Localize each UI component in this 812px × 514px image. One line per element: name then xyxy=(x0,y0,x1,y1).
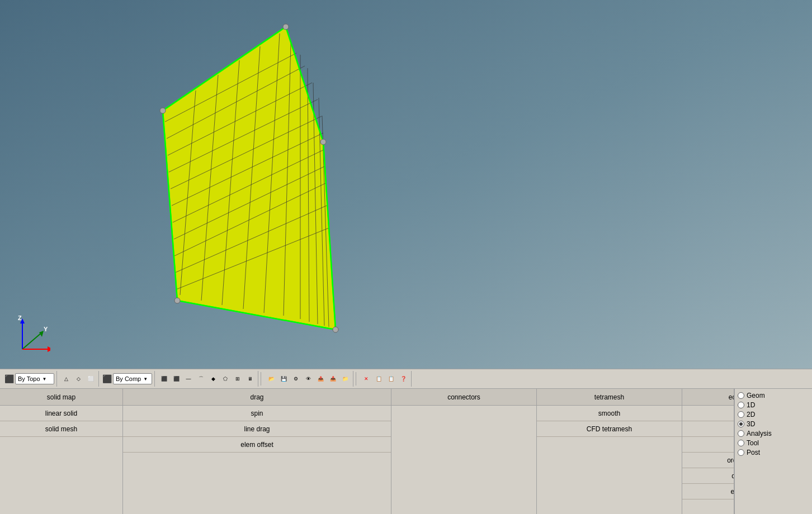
connectors-column: connectors xyxy=(391,389,537,514)
radio-panel: Geom 1D 2D 3D Analysis Tool Post xyxy=(734,389,812,514)
smooth-item[interactable]: smooth xyxy=(537,406,682,421)
axes-indicator: Z Y X xyxy=(6,316,50,360)
3d-viewport[interactable]: Model Info: Untitled xyxy=(0,0,812,369)
svg-text:Z: Z xyxy=(18,316,22,321)
svg-point-26 xyxy=(160,108,166,113)
drag-column: drag spin line drag elem offset xyxy=(123,389,391,514)
by-topo-dropdown[interactable]: By Topo ▼ xyxy=(15,373,54,384)
mesh-icon-2[interactable]: ⬛ xyxy=(171,373,182,384)
linear-solid-item[interactable]: linear solid xyxy=(0,406,122,421)
svg-point-25 xyxy=(283,24,289,30)
drag-header: drag xyxy=(123,389,391,406)
tetramesh-column: tetramesh smooth CFD tetramesh xyxy=(537,389,682,514)
radio-analysis-label: Analysis xyxy=(747,430,772,437)
settings-icon[interactable]: ⚙ xyxy=(290,373,301,384)
shape-icon-2[interactable]: ◇ xyxy=(73,373,84,384)
solid-map-column: solid map linear solid solid mesh xyxy=(0,389,123,514)
main-content-area: solid map linear solid solid mesh drag s… xyxy=(0,389,812,514)
help-icon[interactable]: ❓ xyxy=(398,373,409,384)
radio-analysis[interactable]: Analysis xyxy=(738,430,809,437)
line-drag-item[interactable]: line drag xyxy=(123,421,391,437)
mesh-icon-1[interactable]: ⬛ xyxy=(158,373,169,384)
open-icon[interactable]: 📂 xyxy=(266,373,277,384)
by-comp-dropdown[interactable]: By Comp ▼ xyxy=(113,373,152,384)
shape-icons-group: △ ◇ ⬜ xyxy=(58,371,99,387)
curve-icon[interactable]: ⌒ xyxy=(195,373,206,384)
radio-post[interactable]: Post xyxy=(738,449,809,456)
svg-point-27 xyxy=(174,298,180,303)
radio-post-circle xyxy=(738,449,744,456)
solid-mesh-item[interactable]: solid mesh xyxy=(0,421,122,437)
connectors-header: connectors xyxy=(391,389,536,406)
copy-icon[interactable]: 📋 xyxy=(373,373,384,384)
folder-icon[interactable]: 📁 xyxy=(339,373,351,384)
chevron-down-icon: ▼ xyxy=(43,377,47,382)
solid-map-label: solid map xyxy=(47,393,75,401)
shape-icon-1[interactable]: △ xyxy=(60,373,72,384)
paste-icon[interactable]: 📋 xyxy=(385,373,396,384)
line-icon[interactable]: — xyxy=(183,373,194,384)
radio-2d-label: 2D xyxy=(747,411,755,418)
radio-2d-circle xyxy=(738,411,744,418)
radio-tool[interactable]: Tool xyxy=(738,439,809,447)
toolbar: ⬛ By Topo ▼ △ ◇ ⬜ ⬛ By Comp ▼ ⬛ ⬛ — ⌒ ◆ … xyxy=(0,369,812,389)
svg-line-32 xyxy=(22,332,42,349)
svg-point-29 xyxy=(320,139,326,145)
import-icon[interactable]: 📥 xyxy=(327,373,338,384)
radio-1d-label: 1D xyxy=(747,401,755,409)
connectors-label: connectors xyxy=(447,393,480,401)
linear-solid-label: linear solid xyxy=(45,410,77,417)
radio-3d[interactable]: 3D xyxy=(738,420,809,428)
3d-mesh xyxy=(0,0,812,369)
radio-geom[interactable]: Geom xyxy=(738,392,809,399)
radio-1d[interactable]: 1D xyxy=(738,401,809,409)
edit-icons-group: ✕ 📋 📋 ❓ xyxy=(358,371,412,387)
monitor-icon[interactable]: 🖥 xyxy=(244,373,256,384)
separator-2 xyxy=(356,372,356,386)
radio-analysis-circle xyxy=(738,430,744,437)
tetramesh-label: tetramesh xyxy=(594,393,624,401)
separator-1 xyxy=(261,372,261,386)
solid-mesh-label: solid mesh xyxy=(45,425,77,433)
svg-text:Y: Y xyxy=(44,326,48,332)
save-icon[interactable]: 💾 xyxy=(278,373,289,384)
spin-label: spin xyxy=(251,410,263,417)
shape-icon-5[interactable]: ⊞ xyxy=(232,373,243,384)
radio-1d-circle xyxy=(738,402,744,408)
radio-3d-circle xyxy=(738,421,744,427)
mesh-icons-group: ⬛ ⬛ — ⌒ ◆ ⬠ ⊞ 🖥 xyxy=(156,371,258,387)
radio-geom-circle xyxy=(738,392,744,399)
radio-geom-label: Geom xyxy=(747,392,765,399)
export-icon[interactable]: 📤 xyxy=(315,373,326,384)
cfd-tetramesh-item[interactable]: CFD tetramesh xyxy=(537,421,682,437)
elem-offset-item[interactable]: elem offset xyxy=(123,437,391,453)
action-icons-group: 📂 💾 ⚙ 👁 📤 📥 📁 xyxy=(263,371,353,387)
view-icon[interactable]: 👁 xyxy=(303,373,314,384)
diamond-icon[interactable]: ◆ xyxy=(207,373,219,384)
radio-post-label: Post xyxy=(747,449,760,456)
by-comp-label: By Comp xyxy=(116,375,141,382)
spin-item[interactable]: spin xyxy=(123,406,391,421)
chevron-down-icon-2: ▼ xyxy=(143,377,148,382)
solid-map-header: solid map xyxy=(0,389,122,406)
by-comp-group: ⬛ By Comp ▼ xyxy=(100,371,155,387)
drag-label: drag xyxy=(250,393,263,401)
comp-icon: ⬛ xyxy=(102,374,112,383)
topo-icon: ⬛ xyxy=(4,374,14,383)
shape-icon-4[interactable]: ⬠ xyxy=(220,373,231,384)
shape-icon-3[interactable]: ⬜ xyxy=(85,373,96,384)
delete-icon[interactable]: ✕ xyxy=(361,373,372,384)
svg-point-28 xyxy=(333,327,338,332)
by-topo-label: By Topo xyxy=(18,375,40,382)
cfd-tetramesh-label: CFD tetramesh xyxy=(587,425,632,433)
smooth-label: smooth xyxy=(598,410,620,417)
bottom-panel: solid map linear solid solid mesh drag s… xyxy=(0,389,812,514)
radio-3d-label: 3D xyxy=(747,420,755,428)
by-topo-group: ⬛ By Topo ▼ xyxy=(2,371,57,387)
radio-2d[interactable]: 2D xyxy=(738,411,809,418)
elem-offset-label: elem offset xyxy=(240,441,273,449)
tetramesh-header: tetramesh xyxy=(537,389,682,406)
radio-tool-label: Tool xyxy=(747,439,759,447)
svg-rect-0 xyxy=(0,0,812,369)
radio-tool-circle xyxy=(738,440,744,446)
